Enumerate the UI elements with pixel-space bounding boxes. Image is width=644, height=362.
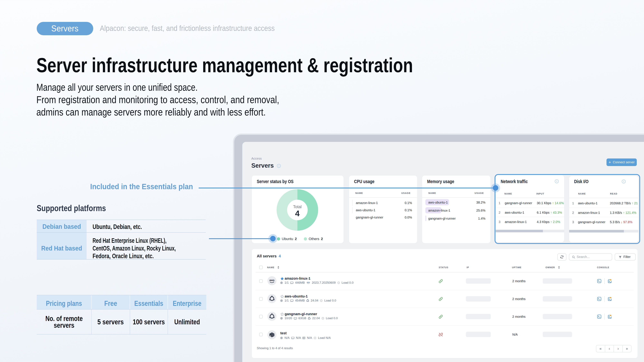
- svg-text:aws: aws: [269, 279, 274, 282]
- svg-text:aws: aws: [307, 281, 310, 283]
